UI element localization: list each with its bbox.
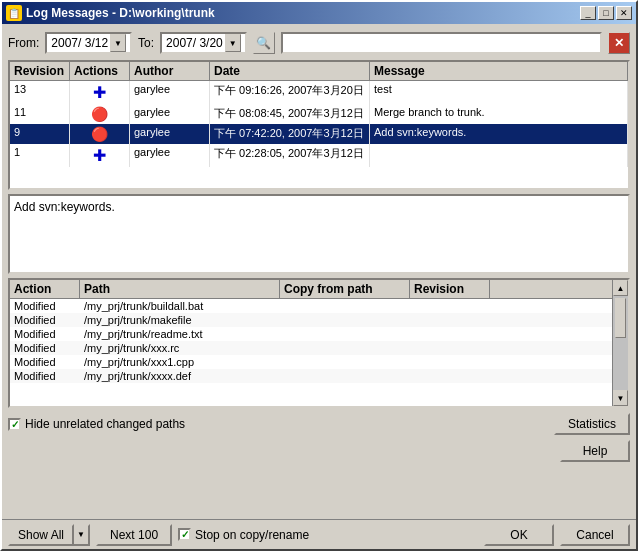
help-button[interactable]: Help bbox=[560, 440, 630, 462]
cell-actions: 🔴 bbox=[70, 124, 130, 144]
toolbar: From: 2007/ 3/12 ▼ To: 2007/ 3/20 ▼ 🔍 ✕ bbox=[8, 30, 630, 56]
from-date-picker[interactable]: 2007/ 3/12 ▼ bbox=[45, 32, 132, 54]
path-action: Modified bbox=[10, 355, 80, 369]
minimize-button[interactable]: _ bbox=[580, 6, 596, 20]
title-bar: 📋 Log Messages - D:\working\trunk _ □ ✕ bbox=[2, 2, 636, 24]
path-value: /my_prj/trunk/readme.txt bbox=[80, 327, 280, 341]
window-icon: 📋 bbox=[6, 5, 22, 21]
path-revision bbox=[410, 341, 490, 355]
list-item[interactable]: Modified /my_prj/trunk/readme.txt bbox=[10, 327, 612, 341]
paths-header-action: Action bbox=[10, 280, 80, 298]
path-revision bbox=[410, 369, 490, 383]
window-title: Log Messages - D:\working\trunk bbox=[26, 6, 215, 20]
cell-message: test bbox=[370, 81, 628, 104]
search-input[interactable] bbox=[281, 32, 602, 54]
header-revision: Revision bbox=[10, 62, 70, 80]
hide-unrelated-checkbox-label[interactable]: ✓ Hide unrelated changed paths bbox=[8, 417, 185, 431]
path-copy bbox=[280, 299, 410, 313]
mod-icon: 🔴 bbox=[91, 106, 108, 122]
cell-actions: ✚ bbox=[70, 144, 130, 167]
from-date-value: 2007/ 3/12 bbox=[51, 36, 108, 50]
cancel-button[interactable]: Cancel bbox=[560, 524, 630, 546]
from-label: From: bbox=[8, 36, 39, 50]
paths-content: Action Path Copy from path Revision Modi… bbox=[10, 280, 612, 406]
paths-section: Action Path Copy from path Revision Modi… bbox=[8, 278, 630, 408]
title-buttons: _ □ ✕ bbox=[580, 6, 632, 20]
cell-author: garylee bbox=[130, 81, 210, 104]
path-revision bbox=[410, 355, 490, 369]
bottom-bar: ✓ Hide unrelated changed paths Statistic… bbox=[8, 412, 630, 436]
path-value: /my_prj/trunk/xxx1.cpp bbox=[80, 355, 280, 369]
stop-copy-checkbox[interactable]: ✓ bbox=[178, 528, 191, 541]
path-value: /my_prj/trunk/xxxx.def bbox=[80, 369, 280, 383]
list-item[interactable]: Modified /my_prj/trunk/xxxx.def bbox=[10, 369, 612, 383]
show-all-group: Show All ▼ bbox=[8, 524, 90, 546]
table-row-selected[interactable]: 9 🔴 garylee 下午 07:42:20, 2007年3月12日 Add … bbox=[10, 124, 628, 144]
scroll-thumb[interactable] bbox=[615, 298, 626, 338]
path-revision bbox=[410, 327, 490, 341]
path-action: Modified bbox=[10, 369, 80, 383]
ok-button[interactable]: OK bbox=[484, 524, 554, 546]
to-date-picker[interactable]: 2007/ 3/20 ▼ bbox=[160, 32, 247, 54]
close-button[interactable]: ✕ bbox=[616, 6, 632, 20]
statistics-button[interactable]: Statistics bbox=[554, 413, 630, 435]
cell-date: 下午 08:08:45, 2007年3月12日 bbox=[210, 104, 370, 124]
hide-unrelated-checkbox[interactable]: ✓ bbox=[8, 418, 21, 431]
next-100-button[interactable]: Next 100 bbox=[96, 524, 172, 546]
log-table: Revision Actions Author Date Message 13 … bbox=[8, 60, 630, 190]
footer: Show All ▼ Next 100 ✓ Stop on copy/renam… bbox=[2, 519, 636, 549]
cell-revision: 11 bbox=[10, 104, 70, 124]
path-value: /my_prj/trunk/makefile bbox=[80, 313, 280, 327]
list-item[interactable]: Modified /my_prj/trunk/buildall.bat bbox=[10, 299, 612, 313]
hide-label: Hide unrelated changed paths bbox=[25, 417, 185, 431]
scroll-up-button[interactable]: ▲ bbox=[613, 280, 628, 296]
add-icon: ✚ bbox=[93, 146, 106, 165]
paths-header-revision: Revision bbox=[410, 280, 490, 298]
scroll-down-button[interactable]: ▼ bbox=[613, 390, 628, 406]
add-icon: ✚ bbox=[93, 83, 106, 102]
path-action: Modified bbox=[10, 327, 80, 341]
paths-header-path: Path bbox=[80, 280, 280, 298]
content-area: From: 2007/ 3/12 ▼ To: 2007/ 3/20 ▼ 🔍 ✕ … bbox=[2, 24, 636, 519]
search-button[interactable]: 🔍 bbox=[253, 32, 275, 54]
mod-icon: 🔴 bbox=[91, 126, 108, 142]
header-actions: Actions bbox=[70, 62, 130, 80]
path-action: Modified bbox=[10, 341, 80, 355]
table-row[interactable]: 1 ✚ garylee 下午 02:28:05, 2007年3月12日 bbox=[10, 144, 628, 167]
paths-header-copy: Copy from path bbox=[280, 280, 410, 298]
show-all-dropdown[interactable]: ▼ bbox=[74, 524, 90, 546]
show-all-button[interactable]: Show All bbox=[8, 524, 74, 546]
cell-date: 下午 09:16:26, 2007年3月20日 bbox=[210, 81, 370, 104]
cell-message bbox=[370, 144, 628, 167]
to-date-dropdown[interactable]: ▼ bbox=[225, 34, 241, 52]
cell-revision: 13 bbox=[10, 81, 70, 104]
cell-actions: 🔴 bbox=[70, 104, 130, 124]
header-author: Author bbox=[130, 62, 210, 80]
from-date-dropdown[interactable]: ▼ bbox=[110, 34, 126, 52]
path-copy bbox=[280, 327, 410, 341]
list-item[interactable]: Modified /my_prj/trunk/xxx1.cpp bbox=[10, 355, 612, 369]
table-header: Revision Actions Author Date Message bbox=[10, 62, 628, 81]
path-copy bbox=[280, 369, 410, 383]
cell-author: garylee bbox=[130, 144, 210, 167]
message-content: Add svn:keywords. bbox=[14, 200, 115, 214]
clear-search-button[interactable]: ✕ bbox=[608, 32, 630, 54]
path-copy bbox=[280, 355, 410, 369]
paths-scrollbar: ▲ ▼ bbox=[612, 280, 628, 406]
list-item[interactable]: Modified /my_prj/trunk/xxx.rc bbox=[10, 341, 612, 355]
cell-actions: ✚ bbox=[70, 81, 130, 104]
table-row[interactable]: 11 🔴 garylee 下午 08:08:45, 2007年3月12日 Mer… bbox=[10, 104, 628, 124]
header-message: Message bbox=[370, 62, 628, 80]
path-copy bbox=[280, 341, 410, 355]
maximize-button[interactable]: □ bbox=[598, 6, 614, 20]
table-row[interactable]: 13 ✚ garylee 下午 09:16:26, 2007年3月20日 tes… bbox=[10, 81, 628, 104]
cell-date: 下午 02:28:05, 2007年3月12日 bbox=[210, 144, 370, 167]
to-date-value: 2007/ 3/20 bbox=[166, 36, 223, 50]
main-window: 📋 Log Messages - D:\working\trunk _ □ ✕ … bbox=[0, 0, 638, 551]
list-item[interactable]: Modified /my_prj/trunk/makefile bbox=[10, 313, 612, 327]
path-value: /my_prj/trunk/buildall.bat bbox=[80, 299, 280, 313]
cell-revision: 9 bbox=[10, 124, 70, 144]
paths-header: Action Path Copy from path Revision bbox=[10, 280, 612, 299]
cell-message: Merge branch to trunk. bbox=[370, 104, 628, 124]
header-date: Date bbox=[210, 62, 370, 80]
